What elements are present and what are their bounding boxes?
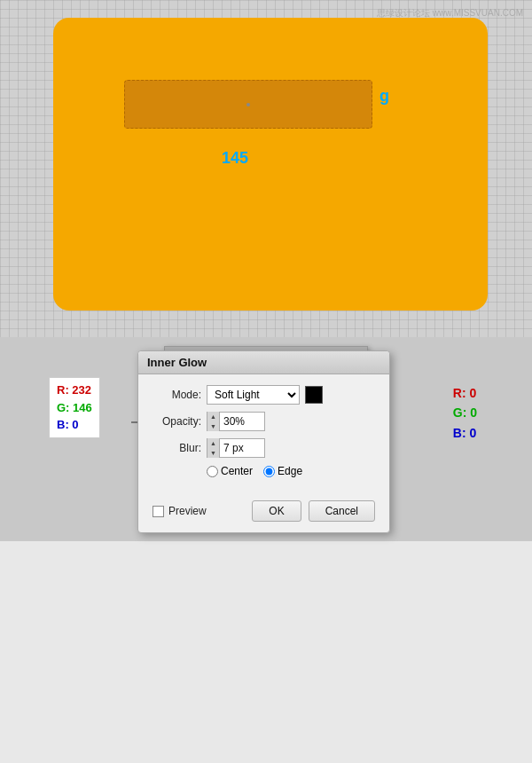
edge-radio[interactable] <box>263 466 275 477</box>
canvas-area: g 145 思绿设计论坛 www.MISSVUAN.COM <box>0 0 532 337</box>
edge-label: Edge <box>278 465 302 477</box>
dialog-title: Inner Glow <box>147 356 207 369</box>
blur-dialog-label: Blur: <box>153 442 201 454</box>
center-radio[interactable] <box>207 466 218 477</box>
rgb-display-left: R: 232 G: 146 B: 0 <box>49 377 100 438</box>
mode-row: Mode: Soft Light Normal Multiply Screen <box>153 385 375 405</box>
center-radio-label[interactable]: Center <box>207 465 253 477</box>
opacity-spinner: ▲ ▼ 30% <box>207 412 265 431</box>
mode-select[interactable]: Soft Light Normal Multiply Screen <box>207 385 300 405</box>
dialog-footer: Preview OK Cancel <box>138 495 389 532</box>
blur-spinner-btns: ▲ ▼ <box>207 438 220 458</box>
opacity-dialog-row: Opacity: ▲ ▼ 30% <box>153 412 375 431</box>
dialog-titlebar: Inner Glow <box>138 351 389 374</box>
rect-dot <box>246 103 250 106</box>
blur-spinner-up[interactable]: ▲ <box>207 438 220 448</box>
glow-color-swatch[interactable] <box>305 386 323 404</box>
opacity-spinner-up[interactable]: ▲ <box>207 412 220 421</box>
orange-card: g 145 <box>53 18 488 311</box>
opacity-spinner-down[interactable]: ▼ <box>207 421 220 431</box>
edge-center-group: Center Edge <box>207 465 375 477</box>
rgb-left-b: B: 0 <box>57 416 92 434</box>
opacity-spinner-btns: ▲ ▼ <box>207 412 220 431</box>
watermark: 思绿设计论坛 www.MISSVUAN.COM <box>377 7 523 20</box>
mode-label: Mode: <box>153 389 201 401</box>
preview-checkbox[interactable] <box>153 506 164 517</box>
label-145: 145 <box>222 149 248 168</box>
rgb-right-r: R: 0 <box>453 383 477 403</box>
dialog-btn-group: OK Cancel <box>252 500 375 522</box>
label-g: g <box>379 87 389 106</box>
blur-spinner-down[interactable]: ▼ <box>207 448 220 458</box>
dialog-body: Mode: Soft Light Normal Multiply Screen … <box>138 374 389 495</box>
center-label: Center <box>221 465 253 477</box>
rgb-left-g: G: 146 <box>57 399 92 417</box>
opacity-value[interactable]: 30% <box>220 415 264 428</box>
blur-dialog-row: Blur: ▲ ▼ 7 px <box>153 438 375 458</box>
inner-rect <box>124 80 372 129</box>
edge-radio-label[interactable]: Edge <box>263 465 302 477</box>
rgb-display-right: R: 0 G: 0 B: 0 <box>453 383 477 443</box>
rgb-right-g: G: 0 <box>453 403 477 422</box>
blur-value[interactable]: 7 px <box>220 442 264 454</box>
opacity-dialog-label: Opacity: <box>153 415 201 428</box>
rgb-right-b: B: 0 <box>453 423 477 443</box>
cancel-button[interactable]: Cancel <box>309 500 375 522</box>
blur-spinner: ▲ ▼ 7 px <box>207 438 265 458</box>
preview-label: Preview <box>168 505 207 517</box>
preview-row: Preview <box>153 505 207 517</box>
ok-button[interactable]: OK <box>252 500 301 522</box>
inner-glow-dialog: Inner Glow Mode: Soft Light Normal Multi… <box>137 350 390 533</box>
rgb-left-r: R: 232 <box>57 382 92 399</box>
